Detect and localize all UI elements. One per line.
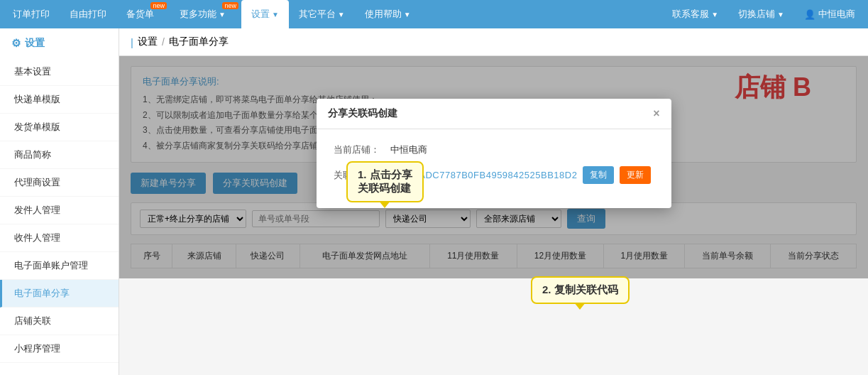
breadcrumb: | 设置 / 电子面单分享 (119, 28, 868, 56)
main-layout: ⚙ 设置 基本设置 快递单模版 发货单模版 商品简称 代理商设置 发件人管理 收… (0, 28, 868, 375)
modal-store-value: 中恒电商 (390, 143, 427, 156)
sidebar-item-basic[interactable]: 基本设置 (0, 58, 119, 86)
sidebar-item-ewaybill-share[interactable]: 电子面单分享 (0, 280, 119, 308)
nav-user-store[interactable]: 👤 中恒电商 (794, 0, 865, 28)
top-nav-right: 联系客服 ▼ 切换店铺 ▼ 👤 中恒电商 (662, 0, 865, 28)
nav-more[interactable]: 更多功能 new ▼ (170, 0, 241, 28)
nav-help[interactable]: 使用帮助 ▼ (355, 0, 421, 28)
refresh-button[interactable]: 更新 (620, 166, 651, 184)
sidebar: ⚙ 设置 基本设置 快递单模版 发货单模版 商品简称 代理商设置 发件人管理 收… (0, 28, 119, 375)
sidebar-title: ⚙ 设置 (0, 28, 119, 58)
badge-new-stock: new (150, 2, 167, 9)
nav-order-print[interactable]: 订单打印 (3, 0, 60, 28)
breadcrumb-sep: / (162, 36, 165, 48)
modal-header: 分享关联码创建 × (317, 99, 671, 129)
page-body: 店铺 B 电子面单分享说明: 1、无需绑定店铺，即可将菜鸟电子面单分享给其他店铺… (119, 56, 868, 278)
code-row: 9F59AADC7787B0FB4959842525BB18D2 复制 更新 (390, 166, 652, 184)
sidebar-item-sender[interactable]: 发件人管理 (0, 197, 119, 224)
sidebar-item-product-abbr[interactable]: 商品简称 (0, 141, 119, 169)
sidebar-item-ewaybill-account[interactable]: 电子面单账户管理 (0, 252, 119, 280)
nav-customer-service[interactable]: 联系客服 ▼ (662, 0, 728, 28)
badge-new-more: new (222, 2, 238, 9)
gear-icon: ⚙ (11, 37, 21, 50)
top-nav: 订单打印 自由打印 备货单 new 更多功能 new ▼ 设置 ▼ 其它平台 ▼… (0, 0, 868, 28)
sidebar-item-store-link[interactable]: 店铺关联 (0, 308, 119, 335)
callout-2: 2. 复制关联代码 (531, 276, 630, 304)
sidebar-item-receiver[interactable]: 收件人管理 (0, 224, 119, 252)
content-area: | 设置 / 电子面单分享 店铺 B 电子面单分享说明: 1、无需绑定店铺，即可… (119, 28, 868, 375)
nav-other-platform[interactable]: 其它平台 ▼ (289, 0, 355, 28)
modal-overlay: 分享关联码创建 × 当前店铺： 中恒电商 关联代码： 9F59AADC7787B… (119, 56, 868, 278)
nav-switch-store[interactable]: 切换店铺 ▼ (728, 0, 794, 28)
sidebar-item-ship-template[interactable]: 发货单模版 (0, 114, 119, 141)
sidebar-item-miniapp[interactable]: 小程序管理 (0, 335, 119, 363)
modal-title: 分享关联码创建 (328, 107, 397, 120)
sidebar-item-courier-template[interactable]: 快递单模版 (0, 86, 119, 114)
nav-stock[interactable]: 备货单 new (116, 0, 170, 28)
modal-store-label: 当前店铺： (334, 143, 390, 156)
nav-free-print[interactable]: 自由打印 (60, 0, 116, 28)
modal-close-button[interactable]: × (653, 108, 659, 119)
callout-1: 1. 点击分享关联码创建 (346, 161, 424, 202)
copy-button[interactable]: 复制 (583, 166, 614, 184)
nav-settings[interactable]: 设置 ▼ (241, 0, 289, 28)
sidebar-item-agent[interactable]: 代理商设置 (0, 169, 119, 197)
modal-store-field: 当前店铺： 中恒电商 (334, 143, 654, 156)
